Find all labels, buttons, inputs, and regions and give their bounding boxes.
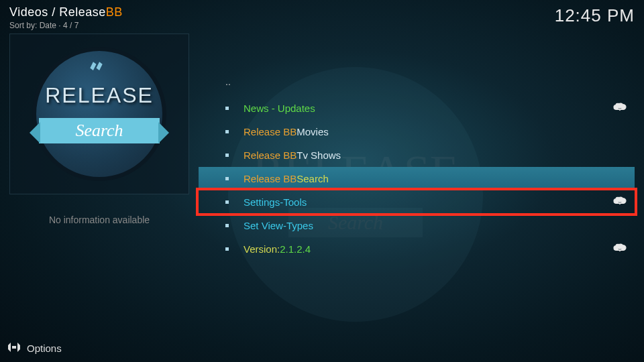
item-label: Search (297, 173, 329, 184)
parent-directory[interactable]: .. (199, 72, 635, 97)
breadcrumb-path: Videos / Release (9, 5, 106, 19)
list-item[interactable]: Settings-Tools (199, 190, 635, 214)
item-prefix: Release BB (244, 149, 297, 161)
item-prefix: Version: (244, 243, 280, 255)
list-item[interactable]: Version: 2.1.2.4 (199, 237, 635, 261)
options-label[interactable]: Options (27, 343, 62, 354)
breadcrumb: Videos / ReleaseBB (9, 5, 123, 19)
download-cloud-icon (613, 196, 627, 208)
header: Videos / ReleaseBB Sort by: Date · 4 / 7… (9, 5, 635, 30)
item-label: Settings-Tools (244, 196, 307, 208)
list-item[interactable]: Release BB Movies (199, 120, 635, 143)
bullet-icon (225, 247, 229, 251)
item-label: 2.1.2.4 (280, 243, 311, 255)
addon-logo: RELEASE Search (32, 47, 166, 181)
list-item[interactable]: Release BB Search (199, 167, 635, 190)
item-label: Movies (297, 126, 329, 137)
options-icon[interactable] (8, 341, 20, 355)
item-prefix: Release BB (244, 126, 297, 137)
thumbnail-box: RELEASE Search (9, 34, 189, 194)
bullet-icon (225, 130, 229, 133)
download-cloud-icon (613, 243, 627, 255)
bullet-icon (225, 177, 229, 180)
bullet-icon (225, 154, 229, 157)
logo-subtitle: Search (75, 121, 123, 141)
list-item[interactable]: News - Updates (199, 97, 635, 120)
list-item[interactable]: Release BB Tv Shows (199, 143, 635, 167)
clock: 12:45 PM (555, 5, 635, 26)
item-label: Tv Shows (297, 149, 341, 161)
bullet-icon (225, 200, 229, 204)
bullet-icon (225, 107, 229, 110)
logo-ribbon: Search (39, 118, 160, 143)
download-cloud-icon (613, 103, 627, 114)
item-label: Set View-Types (244, 220, 313, 231)
item-label: News - Updates (244, 103, 315, 114)
sort-info: Sort by: Date · 4 / 7 (9, 21, 123, 30)
main-list: .. News - UpdatesRelease BB MoviesReleas… (199, 72, 635, 261)
logo-title: RELEASE (45, 83, 154, 108)
breadcrumb-accent: BB (106, 5, 123, 19)
sidebar: RELEASE Search No information available (9, 34, 189, 225)
item-prefix: Release BB (244, 173, 297, 184)
list-item[interactable]: Set View-Types (199, 214, 635, 237)
footer: Options (8, 341, 62, 355)
bullet-icon (225, 224, 229, 227)
no-information-label: No information available (9, 215, 189, 225)
